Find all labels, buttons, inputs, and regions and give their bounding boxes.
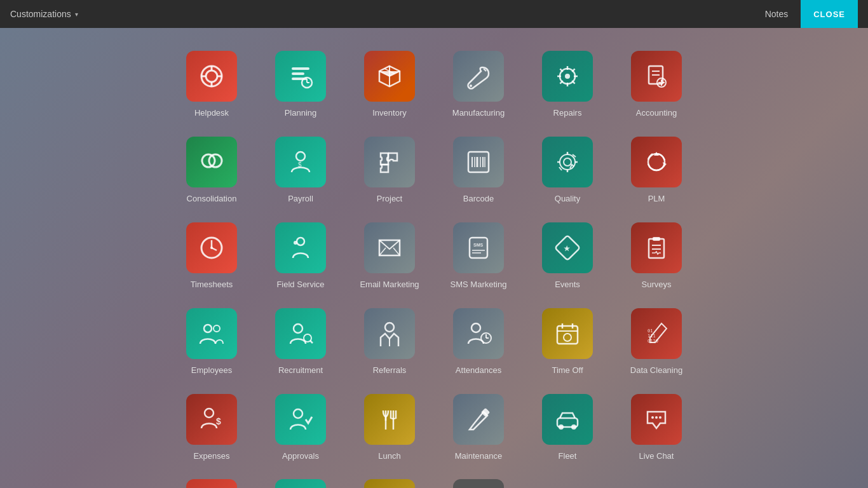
header: Customizations ▾ Notes CLOSE — [0, 0, 868, 28]
app-item-barcode[interactable]: Barcode — [434, 126, 523, 212]
app-item-inventory[interactable]: Inventory — [345, 41, 434, 126]
app-item-live-chat[interactable]: Live Chat — [612, 384, 701, 470]
app-label-barcode: Barcode — [463, 194, 494, 205]
app-icon-sms-marketing — [453, 222, 504, 273]
app-item-expenses[interactable]: Expenses — [167, 384, 256, 470]
app-item-apps[interactable]: Apps — [256, 469, 345, 488]
app-item-planning[interactable]: Planning — [256, 41, 345, 126]
app-item-employees[interactable]: Employees — [167, 298, 256, 384]
app-icon-plm — [631, 137, 682, 187]
app-label-fleet: Fleet — [559, 451, 577, 462]
app-label-employees: Employees — [191, 365, 232, 376]
app-label-field-service: Field Service — [276, 280, 324, 290]
app-label-approvals: Approvals — [282, 451, 319, 462]
app-item-manufacturing[interactable]: Manufacturing — [434, 41, 523, 126]
app-label-accounting: Accounting — [636, 108, 677, 119]
app-item-referrals[interactable]: Referrals — [345, 298, 434, 384]
app-item-helpdesk[interactable]: Helpdesk — [167, 41, 256, 126]
app-label-consolidation: Consolidation — [187, 194, 237, 205]
app-label-events: Events — [555, 280, 580, 290]
app-icon-accounting — [631, 51, 682, 102]
app-item-lunch[interactable]: Lunch — [345, 384, 434, 470]
app-item-payroll[interactable]: Payroll — [256, 126, 345, 212]
app-item-dashboards[interactable]: Dashboards — [167, 469, 256, 488]
app-item-approvals[interactable]: Approvals — [256, 384, 345, 470]
app-item-fleet[interactable]: Fleet — [523, 384, 612, 470]
app-icon-approvals — [275, 394, 326, 445]
customizations-label: Customizations — [10, 9, 71, 19]
app-label-plm: PLM — [648, 194, 665, 205]
app-icon-field-service — [275, 222, 326, 273]
app-item-plm[interactable]: PLM — [612, 126, 701, 212]
app-icon-time-off — [542, 308, 593, 359]
app-item-field-service[interactable]: Field Service — [256, 212, 345, 298]
chevron-down-icon: ▾ — [75, 11, 78, 18]
app-item-email-marketing[interactable]: Email Marketing — [345, 212, 434, 298]
app-item-attendances[interactable]: Attendances — [434, 298, 523, 384]
customizations-menu[interactable]: Customizations ▾ — [10, 9, 78, 19]
app-icon-inventory — [364, 51, 415, 102]
app-icon-recruitment — [275, 308, 326, 359]
app-icon-employees — [186, 308, 237, 359]
app-label-repairs: Repairs — [553, 108, 582, 119]
app-item-quality[interactable]: Quality — [523, 126, 612, 212]
app-label-manufacturing: Manufacturing — [452, 108, 505, 119]
app-item-project[interactable]: Project — [345, 126, 434, 212]
app-label-inventory: Inventory — [372, 108, 406, 119]
app-icon-timesheets — [186, 222, 237, 273]
app-label-data-cleaning: Data Cleaning — [630, 365, 682, 376]
app-item-data-cleaning[interactable]: Data Cleaning — [612, 298, 701, 384]
app-item-accounting[interactable]: Accounting — [612, 41, 701, 126]
app-label-time-off: Time Off — [552, 365, 583, 376]
app-item-time-off[interactable]: Time Off — [523, 298, 612, 384]
app-icon-apps — [275, 479, 326, 488]
app-icon-live-chat — [631, 394, 682, 445]
app-item-surveys[interactable]: Surveys — [612, 212, 701, 298]
app-label-helpdesk: Helpdesk — [194, 108, 229, 119]
app-icon-barcode — [453, 137, 504, 187]
close-button[interactable]: CLOSE — [801, 0, 858, 28]
app-item-maintenance[interactable]: Maintenance — [434, 384, 523, 470]
app-icon-new-app — [453, 479, 504, 488]
app-icon-referrals — [364, 308, 415, 359]
header-actions: Notes CLOSE — [752, 0, 858, 28]
app-icon-quality — [542, 137, 593, 187]
app-label-maintenance: Maintenance — [455, 451, 502, 462]
app-label-planning: Planning — [285, 108, 317, 119]
app-icon-data-cleaning — [631, 308, 682, 359]
app-icon-dashboards — [186, 479, 237, 488]
app-icon-consolidation — [186, 137, 237, 187]
app-icon-planning — [275, 51, 326, 102]
app-item-timesheets[interactable]: Timesheets — [167, 212, 256, 298]
app-label-surveys: Surveys — [642, 280, 672, 290]
app-item-events[interactable]: Events — [523, 212, 612, 298]
app-icon-repairs — [542, 51, 593, 102]
app-label-sms-marketing: SMS Marketing — [451, 280, 507, 290]
app-label-quality: Quality — [555, 194, 580, 205]
app-icon-project — [364, 137, 415, 187]
app-label-live-chat: Live Chat — [639, 451, 674, 462]
app-icon-attendances — [453, 308, 504, 359]
app-label-attendances: Attendances — [456, 365, 501, 376]
app-icon-helpdesk — [186, 51, 237, 102]
app-icon-events — [542, 222, 593, 273]
app-icon-expenses — [186, 394, 237, 445]
app-item-sms-marketing[interactable]: SMS Marketing — [434, 212, 523, 298]
app-item-consolidation[interactable]: Consolidation — [167, 126, 256, 212]
app-label-recruitment: Recruitment — [278, 365, 323, 376]
app-icon-email-marketing — [364, 222, 415, 273]
app-label-timesheets: Timesheets — [191, 280, 233, 290]
app-icon-surveys — [631, 222, 682, 273]
app-item-repairs[interactable]: Repairs — [523, 41, 612, 126]
app-icon-fleet — [542, 394, 593, 445]
notes-button[interactable]: Notes — [752, 0, 801, 28]
apps-scroll-area[interactable]: HelpdeskPlanningInventoryManufacturingRe… — [0, 28, 868, 488]
app-item-recruitment[interactable]: Recruitment — [256, 298, 345, 384]
app-item-settings[interactable]: Settings — [345, 469, 434, 488]
app-label-project: Project — [377, 194, 402, 205]
app-icon-lunch — [364, 394, 415, 445]
app-icon-maintenance — [453, 394, 504, 445]
app-label-email-marketing: Email Marketing — [360, 280, 419, 290]
app-label-lunch: Lunch — [378, 451, 400, 462]
app-item-new-app[interactable]: New App — [434, 469, 523, 488]
